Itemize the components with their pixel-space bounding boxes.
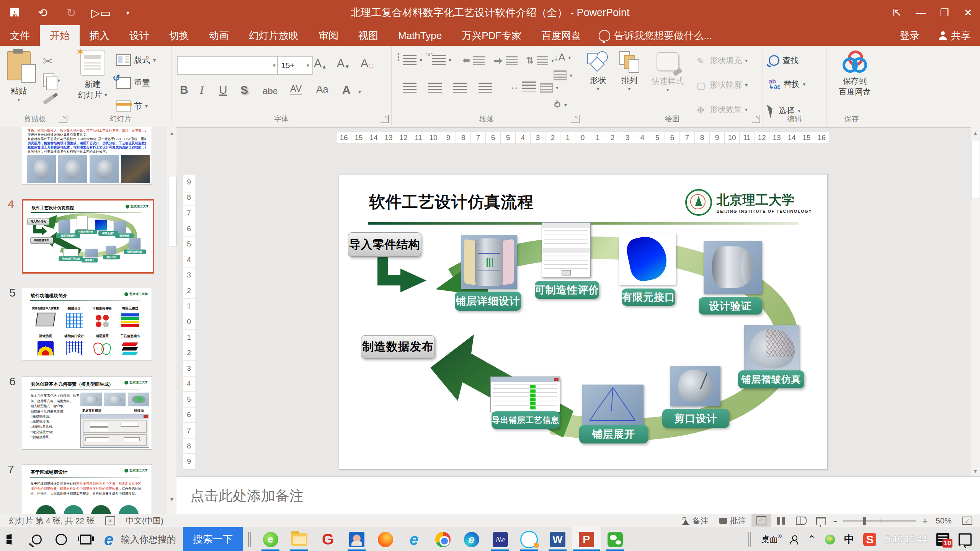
tab-baidu-netdisk[interactable]: 百度网盘 (531, 25, 591, 46)
align-text-button[interactable]: ▾ (554, 70, 572, 80)
fit-to-window-button[interactable]: ⤢ (957, 514, 980, 527)
format-painter-button[interactable] (43, 98, 54, 102)
flow-step-label[interactable]: 设计验证 (699, 297, 762, 315)
tray-contacts[interactable] (785, 527, 803, 551)
character-spacing-button[interactable]: AV (290, 83, 302, 95)
app-internet-explorer[interactable]: e (400, 527, 428, 551)
comments-toggle[interactable]: 批注 (714, 514, 751, 527)
increase-font-button[interactable]: A▲ (314, 57, 327, 70)
change-case-button[interactable]: Aa (316, 83, 328, 95)
restore-button[interactable]: ❐ (933, 0, 956, 25)
main-scrollbar[interactable]: ▲ ▼ ⌃ ⌄ (971, 127, 980, 514)
cut-button[interactable]: ✂ (43, 54, 52, 68)
start-button[interactable] (0, 527, 24, 551)
scroll-thumb[interactable] (972, 141, 980, 199)
tab-review[interactable]: 审阅 (309, 25, 348, 46)
task-view-button[interactable] (74, 527, 98, 551)
app-netease[interactable]: Ne (486, 527, 514, 551)
share-button[interactable]: 共享 (929, 25, 980, 46)
tab-insert[interactable]: 插入 (80, 25, 119, 46)
strikethrough-button[interactable]: abc (263, 86, 278, 96)
align-center-button[interactable] (428, 83, 442, 93)
find-button[interactable]: 查找 (769, 55, 799, 66)
tab-view[interactable]: 视图 (348, 25, 388, 46)
font-color-button[interactable]: A (342, 83, 351, 96)
add-columns-button[interactable]: ▾ (540, 83, 559, 93)
font-color-dropdown-icon[interactable]: ▾ (358, 89, 361, 95)
sign-in-button[interactable]: 登录 (890, 25, 929, 46)
app-powerpoint-active[interactable]: P (572, 527, 601, 551)
shapes-button[interactable]: 形状 ▾ (587, 51, 609, 92)
justify-button[interactable] (479, 83, 492, 93)
notes-toggle[interactable]: ▲备注 (676, 514, 714, 527)
app-qq[interactable] (514, 527, 543, 551)
quick-styles-button[interactable]: 快速样式 ▾ (652, 52, 684, 93)
font-dialog-launcher-icon[interactable]: ↘ (381, 115, 389, 123)
text-direction-button[interactable]: ↓A▾ (554, 51, 571, 63)
flow-step-label[interactable]: 铺层展开 (579, 425, 648, 443)
font-size-combo[interactable]: 15+▾ (277, 56, 313, 75)
view-reading-button[interactable] (791, 514, 811, 527)
tray-show-hidden[interactable]: ⌃ (803, 527, 820, 551)
taskbar-search-button[interactable] (24, 527, 49, 551)
app-word[interactable]: W (543, 527, 572, 551)
tell-me-box[interactable]: 告诉我您想要做什么... (591, 25, 720, 46)
minimize-button[interactable]: ― (909, 0, 933, 25)
app-sogou-browser[interactable]: G (314, 527, 342, 551)
paste-button[interactable]: 粘贴 ▾ (7, 51, 31, 103)
align-left-button[interactable] (403, 83, 416, 93)
spellcheck-status[interactable]: ✕ (100, 514, 121, 527)
tray-notifications[interactable]: 10 (932, 527, 954, 551)
section-button[interactable]: 节▾ (116, 100, 148, 112)
zoom-slider-thumb[interactable] (863, 517, 866, 525)
app-file-explorer[interactable] (285, 527, 314, 551)
app-edge[interactable]: e (457, 527, 486, 551)
taskbar-clock[interactable]: 5/10 10:44 (881, 527, 932, 551)
notes-pane[interactable]: 点击此处添加备注 (176, 476, 980, 515)
thumbnail-scroll-down-icon[interactable]: ▼ (167, 493, 176, 505)
app-firefox[interactable] (371, 527, 400, 551)
new-slide-button[interactable]: 新建 幻灯片▾ (78, 51, 107, 100)
zoom-in-button[interactable]: + (920, 514, 930, 527)
arrange-button[interactable]: 排列 ▾ (619, 51, 639, 92)
shape-outline-button[interactable]: ▢形状轮廓▾ (697, 80, 748, 90)
tab-transitions[interactable]: 切换 (159, 25, 199, 46)
thumbnail-slide-5[interactable]: 软件功能模块简介 北京理工大学 实体创建基本几何要素 铺层设计 可制造性评价 有… (22, 288, 152, 360)
reset-button[interactable]: 重置 (116, 77, 150, 89)
clear-formatting-button[interactable]: A⬡ (361, 57, 374, 70)
flow-step-label[interactable]: 剪口设计 (662, 409, 729, 428)
search-now-button[interactable]: 搜索一下 (183, 527, 243, 551)
thumbnail-slide-7[interactable]: 基于区域铺层设计 北京理工大学 基于区域铺层设计是将复合材料零件按强度划分为多个… (22, 464, 152, 514)
app-chrome[interactable] (428, 527, 457, 551)
flow-step-label[interactable]: 可制造性评价 (535, 281, 599, 299)
language-status[interactable]: 中文(中国) (121, 514, 169, 527)
thumbnail-slide-4-current[interactable]: 软件工艺设计仿真流程 北京理工大学 导入零件结构 制造数据发布 铺层详细设计 可… (22, 199, 154, 274)
flow-step-label[interactable]: 导出铺层工艺信息 (492, 411, 560, 429)
tab-mathtype[interactable]: MathType (388, 25, 452, 46)
replace-button[interactable]: ab↳ac替换▾ (769, 79, 805, 90)
clipboard-dialog-launcher-icon[interactable]: ↘ (59, 115, 67, 123)
thumbnail-slide-6[interactable]: 实体创建基本几何要素（模具型面生成） 北京理工大学 基本几何要素包括：贴模面、边… (22, 376, 152, 450)
app-photos[interactable] (342, 527, 371, 551)
text-shadow-button[interactable]: S (240, 83, 248, 96)
flow-step-label[interactable]: 铺层褶皱仿真 (738, 370, 804, 388)
line-spacing-button[interactable]: ⇅▾ (526, 55, 554, 66)
italic-button[interactable]: I (200, 83, 204, 96)
taskbar-search-hint[interactable]: 输入你想搜的 (119, 533, 183, 546)
tab-home[interactable]: 开始 (40, 25, 80, 46)
view-sorter-button[interactable] (771, 514, 791, 527)
thumbnail-scrollbar[interactable]: ▲ ▼ (167, 127, 176, 514)
ime-mode-button[interactable]: 中 (840, 527, 859, 551)
zoom-out-button[interactable]: - (831, 514, 840, 527)
decrease-font-button[interactable]: A▼ (337, 57, 350, 70)
flow-step-label[interactable]: 有限元接口 (622, 289, 675, 306)
shape-fill-button[interactable]: ✎形状填充▾ (697, 55, 748, 66)
close-button[interactable]: ✕ (956, 0, 980, 25)
copy-button[interactable]: ▾ (43, 73, 60, 87)
save-to-baidu-button[interactable]: 保存到 百度网盘 (839, 51, 871, 97)
desktop-toolbar[interactable]: 桌面» (756, 527, 785, 551)
thumbnail-scroll-thumb[interactable] (168, 177, 176, 246)
edge-search-icon-button[interactable]: e (98, 527, 119, 551)
notes-placeholder[interactable]: 点击此处添加备注 (190, 486, 304, 505)
decrease-indent-button[interactable]: ⬅ (462, 55, 485, 66)
